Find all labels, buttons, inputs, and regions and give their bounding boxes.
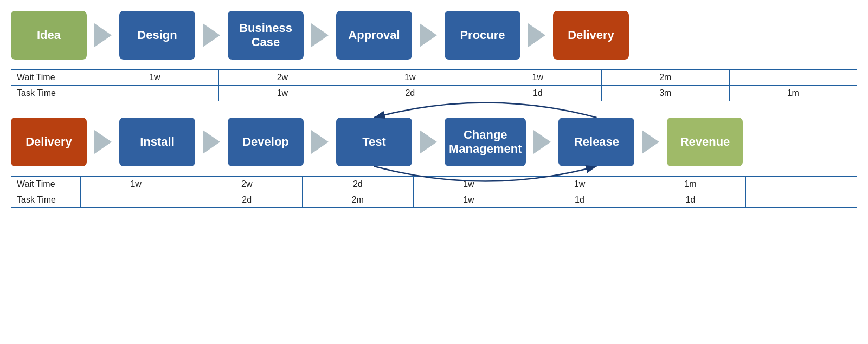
process-box-test: Test: [336, 118, 412, 166]
time-table-1: Wait Time 1w 2w 1w 1w 2m Task Time 1w 2d…: [11, 69, 857, 101]
arrow-release: [638, 130, 664, 154]
arrow-change-management: [529, 130, 555, 154]
wait-time-val-2-1: 2w: [191, 177, 303, 192]
process-flow-1: IdeaDesignBusiness CaseApprovalProcureDe…: [11, 5, 857, 65]
wait-time-val-2-2: 2d: [303, 177, 414, 192]
arrow-approval: [415, 23, 441, 47]
wait-time-val-2-3: 1w: [413, 177, 524, 192]
process-flow-2: DeliveryInstallDevelopTestChange Managem…: [11, 112, 857, 172]
process-box-develop: Develop: [228, 118, 304, 166]
task-time-val-2-2: 2m: [303, 192, 414, 208]
process-box-revenue: Revenue: [667, 118, 743, 166]
wait-time-val-1-1: 2w: [218, 70, 346, 86]
arrow-idea: [90, 23, 116, 47]
process-box-release: Release: [558, 118, 634, 166]
arrow-business-case: [307, 23, 333, 47]
wait-time-val-1-0: 1w: [91, 70, 218, 86]
wait-time-val-1-2: 1w: [346, 70, 474, 86]
task-time-val-1-1: 1w: [218, 86, 346, 101]
task-time-val-2-1: 2d: [191, 192, 303, 208]
arrow-delivery2: [90, 130, 116, 154]
process-box-change-management: Change Management: [445, 118, 526, 166]
time-table-2: Wait Time 1w 2w 2d 1w 1w 1m Task Time 2d…: [11, 176, 857, 208]
process-box-procure: Procure: [445, 11, 520, 60]
task-time-val-1-2: 2d: [346, 86, 474, 101]
process-box-business-case: Business Case: [228, 11, 304, 60]
task-time-val-2-0: [80, 192, 191, 208]
task-time-val-1-4: 3m: [602, 86, 729, 101]
task-time-val-2-6: [746, 192, 857, 208]
process-box-approval: Approval: [336, 11, 412, 60]
task-time-val-2-3: 1w: [413, 192, 524, 208]
process-box-idea: Idea: [11, 11, 87, 60]
arrow-procure: [524, 23, 550, 47]
arrow-design: [198, 23, 224, 47]
wait-time-val-2-5: 1m: [635, 177, 746, 192]
arrow-develop: [307, 130, 333, 154]
wait-time-val-1-5: [729, 70, 857, 86]
task-time-label-1: Task Time: [11, 86, 91, 101]
task-time-val-1-5: 1m: [729, 86, 857, 101]
arrow-test: [415, 130, 441, 154]
process-box-design: Design: [119, 11, 195, 60]
wait-time-label-2: Wait Time: [11, 177, 81, 192]
diagram-2: DeliveryInstallDevelopTestChange Managem…: [11, 112, 857, 208]
wait-time-val-2-4: 1w: [524, 177, 635, 192]
arrow-install: [198, 130, 224, 154]
wait-time-val-2-0: 1w: [80, 177, 191, 192]
wait-time-val-2-6: [746, 177, 857, 192]
wait-time-label-1: Wait Time: [11, 70, 91, 86]
task-time-val-2-4: 1d: [524, 192, 635, 208]
task-time-val-1-3: 1d: [474, 86, 601, 101]
task-time-val-1-0: [91, 86, 218, 101]
diagram-1: IdeaDesignBusiness CaseApprovalProcureDe…: [11, 5, 857, 101]
wait-time-val-1-3: 1w: [474, 70, 601, 86]
process-box-delivery: Delivery: [553, 11, 629, 60]
wait-time-val-1-4: 2m: [602, 70, 729, 86]
process-box-install: Install: [119, 118, 195, 166]
process-box-delivery2: Delivery: [11, 118, 87, 166]
task-time-label-2: Task Time: [11, 192, 81, 208]
task-time-val-2-5: 1d: [635, 192, 746, 208]
